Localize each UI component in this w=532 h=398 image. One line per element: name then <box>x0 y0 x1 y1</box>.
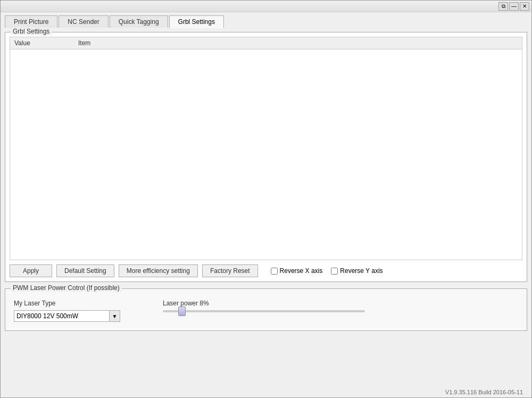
factory-reset-button[interactable]: Factory Reset <box>202 264 258 277</box>
main-content: Grbl Settings Value Item Apply Default S… <box>1 28 531 387</box>
slider-container <box>163 310 365 312</box>
tab-grbl-settings[interactable]: Grbl Settings <box>169 15 224 28</box>
laser-power-slider[interactable] <box>163 310 365 312</box>
more-efficiency-button[interactable]: More efficiency setting <box>119 264 198 277</box>
col-header-value: Value <box>12 38 76 48</box>
axis-checkboxes: Reverse X axis Reverse Y axis <box>271 267 383 275</box>
restore-button[interactable]: ⧉ <box>498 2 508 11</box>
col-header-item: Item <box>76 38 520 48</box>
reverse-x-label[interactable]: Reverse X axis <box>271 267 323 275</box>
grbl-settings-group: Grbl Settings Value Item Apply Default S… <box>5 32 527 282</box>
laser-type-section: My Laser Type ▼ <box>14 300 120 322</box>
button-row: Apply Default Setting More efficiency se… <box>10 264 522 277</box>
reverse-y-label[interactable]: Reverse Y axis <box>331 267 383 275</box>
minimize-button[interactable]: — <box>509 2 519 11</box>
main-window: ⧉ — ✕ Print Picture NC Sender Quick Tagg… <box>0 0 532 398</box>
settings-table[interactable]: Value Item <box>10 37 522 260</box>
pwm-group-title: PWM Laser Power Cotrol (If possible) <box>11 284 122 292</box>
laser-power-section: Laser power 8% <box>163 300 365 312</box>
pwm-content: My Laser Type ▼ Laser power 8% <box>14 300 518 322</box>
laser-type-label: My Laser Type <box>14 300 120 307</box>
apply-button[interactable]: Apply <box>10 264 52 277</box>
reverse-y-checkbox[interactable] <box>331 268 338 275</box>
tab-nc-sender[interactable]: NC Sender <box>59 15 108 28</box>
title-bar: ⧉ — ✕ <box>1 1 531 12</box>
reverse-x-checkbox[interactable] <box>271 268 278 275</box>
tab-print-picture[interactable]: Print Picture <box>5 15 57 28</box>
version-bar: V1.9.35.116 Build 2016-05-11 <box>1 387 531 397</box>
version-text: V1.9.35.116 Build 2016-05-11 <box>445 389 523 395</box>
laser-power-label: Laser power 8% <box>163 300 365 307</box>
default-setting-button[interactable]: Default Setting <box>56 264 114 277</box>
tab-bar: Print Picture NC Sender Quick Tagging Gr… <box>1 12 531 28</box>
table-header: Value Item <box>10 37 522 49</box>
laser-type-input[interactable] <box>14 311 109 321</box>
grbl-settings-title: Grbl Settings <box>11 28 52 35</box>
laser-type-dropdown-arrow[interactable]: ▼ <box>109 311 120 321</box>
table-body <box>10 49 522 257</box>
close-button[interactable]: ✕ <box>520 2 529 11</box>
tab-quick-tagging[interactable]: Quick Tagging <box>110 15 168 28</box>
pwm-control-group: PWM Laser Power Cotrol (If possible) My … <box>5 288 527 331</box>
laser-type-select[interactable]: ▼ <box>14 310 120 322</box>
